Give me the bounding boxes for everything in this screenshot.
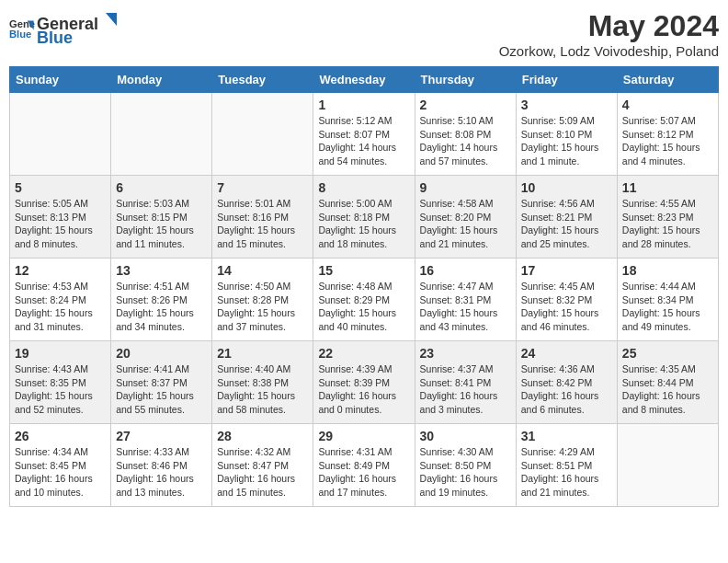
cell-info: Sunrise: 4:29 AMSunset: 8:51 PMDaylight:… bbox=[521, 445, 612, 500]
cell-info: Sunrise: 4:43 AMSunset: 8:35 PMDaylight:… bbox=[15, 362, 106, 417]
cell-info: Sunrise: 5:01 AMSunset: 8:16 PMDaylight:… bbox=[217, 197, 308, 251]
cell-day-4: 4Sunrise: 5:07 AMSunset: 8:12 PMDaylight… bbox=[617, 93, 718, 176]
cell-day-23: 23Sunrise: 4:37 AMSunset: 8:41 PMDayligh… bbox=[415, 341, 516, 424]
date-number: 10 bbox=[521, 180, 612, 195]
cell-day-5: 5Sunrise: 5:05 AMSunset: 8:13 PMDaylight… bbox=[10, 176, 111, 259]
cell-info: Sunrise: 5:03 AMSunset: 8:15 PMDaylight:… bbox=[116, 197, 207, 251]
cell-info: Sunrise: 5:07 AMSunset: 8:12 PMDaylight:… bbox=[622, 114, 713, 168]
cell-info: Sunrise: 4:31 AMSunset: 8:49 PMDaylight:… bbox=[318, 445, 409, 500]
cell-day-7: 7Sunrise: 5:01 AMSunset: 8:16 PMDaylight… bbox=[212, 176, 313, 259]
day-header-saturday: Saturday bbox=[617, 67, 718, 93]
date-number: 19 bbox=[15, 346, 106, 361]
date-number: 7 bbox=[217, 180, 308, 195]
title-block: May 2024 Ozorkow, Lodz Voivodeship, Pola… bbox=[499, 9, 719, 59]
cell-info: Sunrise: 4:32 AMSunset: 8:47 PMDaylight:… bbox=[217, 445, 308, 500]
cell-info: Sunrise: 4:50 AMSunset: 8:28 PMDaylight:… bbox=[217, 280, 308, 334]
cell-info: Sunrise: 4:45 AMSunset: 8:32 PMDaylight:… bbox=[521, 280, 612, 334]
day-header-thursday: Thursday bbox=[415, 67, 516, 93]
cell-day-1: 1Sunrise: 5:12 AMSunset: 8:07 PMDaylight… bbox=[313, 93, 415, 176]
cell-empty bbox=[10, 93, 111, 176]
date-number: 21 bbox=[217, 346, 308, 361]
cell-day-12: 12Sunrise: 4:53 AMSunset: 8:24 PMDayligh… bbox=[10, 259, 111, 341]
cell-info: Sunrise: 4:55 AMSunset: 8:23 PMDaylight:… bbox=[622, 197, 713, 251]
cell-info: Sunrise: 4:58 AMSunset: 8:20 PMDaylight:… bbox=[420, 197, 511, 251]
date-number: 13 bbox=[116, 263, 207, 278]
main-title: May 2024 bbox=[499, 9, 719, 43]
date-number: 4 bbox=[622, 98, 713, 112]
cell-info: Sunrise: 5:00 AMSunset: 8:18 PMDaylight:… bbox=[318, 197, 409, 251]
date-number: 27 bbox=[116, 429, 207, 443]
cell-info: Sunrise: 4:56 AMSunset: 8:21 PMDaylight:… bbox=[521, 197, 612, 251]
date-number: 3 bbox=[521, 98, 612, 112]
svg-marker-3 bbox=[106, 13, 117, 26]
cell-day-15: 15Sunrise: 4:48 AMSunset: 8:29 PMDayligh… bbox=[313, 259, 415, 341]
cell-day-6: 6Sunrise: 5:03 AMSunset: 8:15 PMDaylight… bbox=[111, 176, 212, 259]
svg-text:Blue: Blue bbox=[9, 29, 31, 40]
cell-day-8: 8Sunrise: 5:00 AMSunset: 8:18 PMDaylight… bbox=[313, 176, 415, 259]
date-number: 2 bbox=[420, 98, 511, 112]
cell-info: Sunrise: 5:10 AMSunset: 8:08 PMDaylight:… bbox=[420, 114, 511, 168]
cell-info: Sunrise: 4:35 AMSunset: 8:44 PMDaylight:… bbox=[622, 362, 713, 417]
date-number: 25 bbox=[622, 346, 713, 361]
logo-triangle-icon bbox=[98, 9, 119, 29]
cell-day-19: 19Sunrise: 4:43 AMSunset: 8:35 PMDayligh… bbox=[10, 341, 111, 424]
cell-empty bbox=[111, 93, 212, 176]
cell-info: Sunrise: 4:41 AMSunset: 8:37 PMDaylight:… bbox=[116, 362, 207, 417]
cell-info: Sunrise: 4:36 AMSunset: 8:42 PMDaylight:… bbox=[521, 362, 612, 417]
cell-info: Sunrise: 5:09 AMSunset: 8:10 PMDaylight:… bbox=[521, 114, 612, 168]
cell-info: Sunrise: 5:12 AMSunset: 8:07 PMDaylight:… bbox=[318, 114, 409, 168]
date-number: 6 bbox=[116, 180, 207, 195]
cell-info: Sunrise: 4:39 AMSunset: 8:39 PMDaylight:… bbox=[318, 362, 409, 417]
date-number: 11 bbox=[622, 180, 713, 195]
cell-day-2: 2Sunrise: 5:10 AMSunset: 8:08 PMDaylight… bbox=[415, 93, 516, 176]
cell-info: Sunrise: 4:40 AMSunset: 8:38 PMDaylight:… bbox=[217, 362, 308, 417]
cell-day-13: 13Sunrise: 4:51 AMSunset: 8:26 PMDayligh… bbox=[111, 259, 212, 341]
cell-day-18: 18Sunrise: 4:44 AMSunset: 8:34 PMDayligh… bbox=[617, 259, 718, 341]
date-number: 31 bbox=[521, 429, 612, 443]
cell-day-30: 30Sunrise: 4:30 AMSunset: 8:50 PMDayligh… bbox=[415, 424, 516, 507]
cell-day-31: 31Sunrise: 4:29 AMSunset: 8:51 PMDayligh… bbox=[516, 424, 617, 507]
cell-day-16: 16Sunrise: 4:47 AMSunset: 8:31 PMDayligh… bbox=[415, 259, 516, 341]
cell-day-25: 25Sunrise: 4:35 AMSunset: 8:44 PMDayligh… bbox=[617, 341, 718, 424]
cell-info: Sunrise: 4:30 AMSunset: 8:50 PMDaylight:… bbox=[420, 445, 511, 500]
cell-day-14: 14Sunrise: 4:50 AMSunset: 8:28 PMDayligh… bbox=[212, 259, 313, 341]
cell-info: Sunrise: 4:34 AMSunset: 8:45 PMDaylight:… bbox=[15, 445, 106, 500]
cell-empty bbox=[212, 93, 313, 176]
cell-info: Sunrise: 5:05 AMSunset: 8:13 PMDaylight:… bbox=[15, 197, 106, 251]
logo: General Blue General Blue bbox=[9, 9, 119, 48]
location-subtitle: Ozorkow, Lodz Voivodeship, Poland bbox=[499, 43, 719, 59]
date-number: 15 bbox=[318, 263, 409, 278]
date-number: 28 bbox=[217, 429, 308, 443]
cell-day-22: 22Sunrise: 4:39 AMSunset: 8:39 PMDayligh… bbox=[313, 341, 415, 424]
date-number: 12 bbox=[15, 263, 106, 278]
cell-day-27: 27Sunrise: 4:33 AMSunset: 8:46 PMDayligh… bbox=[111, 424, 212, 507]
date-number: 26 bbox=[15, 429, 106, 443]
date-number: 16 bbox=[420, 263, 511, 278]
date-number: 14 bbox=[217, 263, 308, 278]
day-header-monday: Monday bbox=[111, 67, 212, 93]
cell-empty bbox=[617, 424, 718, 507]
day-header-tuesday: Tuesday bbox=[212, 67, 313, 93]
date-number: 8 bbox=[318, 180, 409, 195]
cell-day-17: 17Sunrise: 4:45 AMSunset: 8:32 PMDayligh… bbox=[516, 259, 617, 341]
day-header-friday: Friday bbox=[516, 67, 617, 93]
date-number: 18 bbox=[622, 263, 713, 278]
date-number: 23 bbox=[420, 346, 511, 361]
date-number: 22 bbox=[318, 346, 409, 361]
cell-info: Sunrise: 4:48 AMSunset: 8:29 PMDaylight:… bbox=[318, 280, 409, 334]
cell-info: Sunrise: 4:47 AMSunset: 8:31 PMDaylight:… bbox=[420, 280, 511, 334]
date-number: 5 bbox=[15, 180, 106, 195]
date-number: 17 bbox=[521, 263, 612, 278]
calendar-table: SundayMondayTuesdayWednesdayThursdayFrid… bbox=[9, 66, 719, 507]
date-number: 20 bbox=[116, 346, 207, 361]
page-header: General Blue General Blue May 2024 Ozork… bbox=[9, 9, 719, 59]
cell-info: Sunrise: 4:53 AMSunset: 8:24 PMDaylight:… bbox=[15, 280, 106, 334]
date-number: 9 bbox=[420, 180, 511, 195]
cell-info: Sunrise: 4:51 AMSunset: 8:26 PMDaylight:… bbox=[116, 280, 207, 334]
date-number: 29 bbox=[318, 429, 409, 443]
cell-day-24: 24Sunrise: 4:36 AMSunset: 8:42 PMDayligh… bbox=[516, 341, 617, 424]
cell-day-11: 11Sunrise: 4:55 AMSunset: 8:23 PMDayligh… bbox=[617, 176, 718, 259]
cell-day-20: 20Sunrise: 4:41 AMSunset: 8:37 PMDayligh… bbox=[111, 341, 212, 424]
date-number: 1 bbox=[318, 98, 409, 112]
day-header-wednesday: Wednesday bbox=[313, 67, 415, 93]
